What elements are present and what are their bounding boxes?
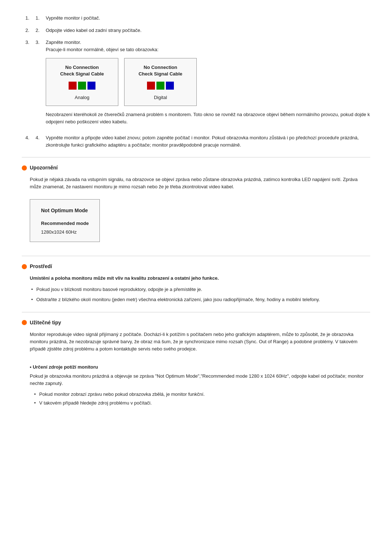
digital-screen: No Connection Check Signal Cable Digital — [124, 58, 197, 106]
step-3-sub: Pracuje-li monitor normálně, objeví se t… — [46, 46, 370, 53]
monitor-screens-container: No Connection Check Signal Cable Analog … — [46, 58, 370, 106]
digital-red-square — [147, 82, 155, 90]
analog-label: Analog — [75, 94, 89, 101]
urceni-zdroje-bullet-1: Pokud monitor zobrazí zprávu nebo pokud … — [33, 391, 370, 398]
upozorneni-icon — [22, 165, 27, 171]
analog-screen-title: No Connection Check Signal Cable — [60, 64, 104, 77]
digital-screen-title: No Connection Check Signal Cable — [139, 64, 183, 77]
analog-red-square — [69, 82, 77, 90]
urceni-zdroje-bullets: Pokud monitor zobrazí zprávu nebo pokud … — [33, 391, 370, 407]
step-3-intro: Zapněte monitor. — [46, 39, 370, 46]
upozorneni-body-container: Pokud je nějaká závada na vstupním signá… — [30, 176, 370, 247]
analog-green-square — [78, 82, 86, 90]
digital-label: Digital — [154, 94, 167, 101]
urceni-zdroje-bullet-2: V takovém případě hledejte zdroj problém… — [33, 399, 370, 407]
step-1: 1. Vypněte monitor i počítač. — [22, 15, 370, 22]
step-2-text: Odpojte video kabel od zadní strany počí… — [46, 28, 142, 33]
urceni-zdroje-text: Pokud je obrazovka monitoru prázdná a ob… — [30, 373, 370, 387]
upozorneni-header: Upozornění — [22, 164, 370, 172]
digital-blue-square — [166, 82, 174, 90]
prostredi-body: Umístění a poloha monitoru může mít vliv… — [30, 275, 370, 303]
uzitecne-tipy-main: Monitor reprodukuje video signál přijíma… — [30, 331, 370, 353]
urceni-zdroje-title: • Určení zdroje potíží monitoru — [30, 364, 370, 371]
below-screen-note: Nezobrazení kteréhokoli ze čtverečků zna… — [46, 111, 370, 126]
divider-3 — [22, 312, 370, 312]
step-2: 2. Odpojte video kabel od zadní strany p… — [22, 27, 370, 34]
prostredi-bullet-2: Odstraňte z blízkého okolí monitoru (jed… — [30, 296, 370, 303]
step-3: 3. Zapněte monitor. Pracuje-li monitor n… — [22, 39, 370, 129]
step-4: 4. Vypněte monitor a připojte video kabe… — [22, 134, 370, 148]
recommended-label: Recommended mode — [41, 220, 89, 227]
not-optimum-box: Not Optimum Mode Recommended mode 1280x1… — [30, 199, 100, 242]
analog-screen: No Connection Check Signal Cable Analog — [46, 58, 118, 106]
analog-color-squares — [69, 82, 95, 90]
not-optimum-title: Not Optimum Mode — [41, 207, 89, 215]
uzitecne-tipy-body: Monitor reprodukuje video signál přijíma… — [30, 331, 370, 407]
digital-color-squares — [147, 82, 174, 90]
uzitecne-tipy-header: Užitečné tipy — [22, 319, 370, 327]
upozorneni-title: Upozornění — [30, 164, 58, 172]
step-4-text: Vypněte monitor a připojte video kabel z… — [46, 135, 359, 148]
prostredi-header: Prostředí — [22, 263, 370, 270]
upozorneni-text: Pokud je nějaká závada na vstupním signá… — [30, 176, 370, 190]
uzitecne-tipy-icon — [22, 320, 27, 325]
digital-green-square — [156, 82, 164, 90]
prostredi-icon — [22, 264, 27, 269]
prostredi-title: Prostředí — [30, 263, 52, 270]
uzitecne-tipy-title: Užitečné tipy — [30, 319, 61, 327]
divider-1 — [22, 157, 370, 157]
recommended-mode: 1280x1024 60Hz — [41, 229, 89, 236]
analog-blue-square — [87, 82, 95, 90]
prostredi-intro: Umístění a poloha monitoru může mít vliv… — [30, 275, 370, 282]
divider-2 — [22, 256, 370, 256]
prostredi-bullet-list: Pokud jsou v blízkosti monitoru basové r… — [30, 286, 370, 303]
prostredi-bullet-1: Pokud jsou v blízkosti monitoru basové r… — [30, 286, 370, 293]
step-1-text: Vypněte monitor i počítač. — [46, 15, 100, 21]
